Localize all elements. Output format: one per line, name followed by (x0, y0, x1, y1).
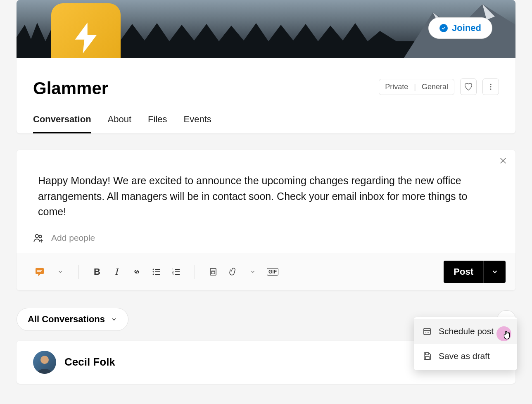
svg-rect-13 (211, 270, 215, 270)
community-logo (51, 3, 121, 58)
link-button[interactable] (128, 264, 145, 280)
close-icon (499, 157, 507, 165)
add-people-row[interactable]: Add people (17, 232, 515, 253)
media-button[interactable] (205, 264, 221, 280)
more-button[interactable] (482, 78, 499, 95)
post-type-chevron[interactable] (52, 264, 69, 280)
feed-author-name: Cecil Folk (64, 356, 115, 368)
post-options-menu: Schedule post Save as draft (414, 317, 517, 370)
joined-label: Joined (452, 23, 481, 33)
tab-events[interactable]: Events (184, 110, 211, 133)
italic-icon: I (115, 266, 119, 277)
tabs: Conversation About Files Events (33, 110, 499, 133)
chevron-down-icon (57, 269, 63, 275)
paperclip-icon (228, 267, 238, 276)
link-icon (131, 266, 142, 277)
discussion-icon (34, 265, 47, 278)
italic-button[interactable]: I (109, 264, 125, 280)
svg-rect-20 (425, 356, 429, 359)
save-icon (422, 351, 432, 361)
conversations-filter-label: All Conversations (28, 314, 105, 325)
composer: Happy Monday! We are excited to announce… (17, 150, 515, 290)
schedule-post-label: Schedule post (439, 326, 494, 336)
chevron-down-icon (250, 269, 256, 275)
svg-point-6 (153, 269, 154, 270)
chevron-down-icon (491, 268, 499, 276)
svg-rect-14 (211, 271, 215, 274)
joined-button[interactable]: Joined (428, 17, 492, 39)
save-draft-label: Save as draft (439, 351, 490, 361)
image-file-icon (208, 267, 218, 277)
tag-divider: | (414, 83, 416, 91)
check-circle-icon (439, 24, 448, 32)
bolt-icon (67, 19, 104, 57)
numbered-list-button[interactable]: 123 (168, 264, 185, 280)
post-options-button[interactable] (483, 261, 506, 283)
attach-chevron[interactable] (245, 264, 261, 280)
tags-box[interactable]: Private | General (379, 79, 454, 95)
svg-point-16 (425, 332, 426, 333)
conversations-filter[interactable]: All Conversations (17, 308, 128, 331)
svg-point-8 (153, 273, 154, 275)
bold-icon: B (94, 266, 100, 277)
post-button[interactable]: Post (444, 261, 483, 283)
svg-point-17 (427, 332, 428, 333)
tab-conversation[interactable]: Conversation (33, 110, 91, 133)
svg-point-2 (490, 88, 492, 90)
chevron-down-icon (111, 316, 117, 323)
svg-point-7 (153, 271, 154, 272)
svg-point-4 (39, 235, 41, 238)
attach-button[interactable] (225, 264, 241, 280)
gif-button[interactable]: GIF (264, 264, 281, 280)
svg-point-1 (490, 86, 492, 88)
community-header: Joined Glammer Private | General (17, 0, 515, 133)
more-vertical-icon (487, 83, 495, 91)
svg-point-18 (428, 332, 429, 333)
svg-text:3: 3 (172, 273, 174, 276)
numbered-list-icon: 123 (171, 267, 181, 277)
privacy-tag: Private (385, 83, 408, 91)
svg-point-3 (36, 234, 38, 237)
svg-rect-15 (424, 328, 430, 335)
bullet-list-icon (152, 267, 162, 277)
calendar-icon (422, 326, 432, 336)
people-add-icon (33, 232, 45, 244)
svg-point-21 (40, 356, 49, 364)
svg-point-0 (490, 84, 492, 85)
type-tag: General (422, 83, 448, 91)
tab-files[interactable]: Files (148, 110, 167, 133)
compose-textarea[interactable]: Happy Monday! We are excited to announce… (17, 150, 515, 232)
header-body: Glammer Private | General (17, 58, 515, 133)
toolbar-divider (78, 265, 79, 279)
cover-image: Joined (17, 0, 515, 58)
composer-toolbar: B I 123 (17, 253, 515, 290)
save-draft-item[interactable]: Save as draft (414, 344, 517, 368)
gif-icon: GIF (267, 268, 278, 276)
header-actions: Private | General (379, 78, 499, 95)
heart-icon (464, 82, 473, 91)
add-people-placeholder: Add people (51, 233, 95, 243)
svg-rect-5 (36, 268, 44, 274)
favorite-button[interactable] (460, 78, 477, 95)
post-type-button[interactable] (32, 264, 49, 280)
avatar (33, 351, 56, 374)
schedule-post-item[interactable]: Schedule post (414, 319, 517, 344)
bullet-list-button[interactable] (148, 264, 165, 280)
bold-button[interactable]: B (89, 264, 105, 280)
toolbar-divider (195, 265, 195, 279)
close-composer-button[interactable] (499, 157, 507, 166)
tab-about[interactable]: About (108, 110, 132, 133)
